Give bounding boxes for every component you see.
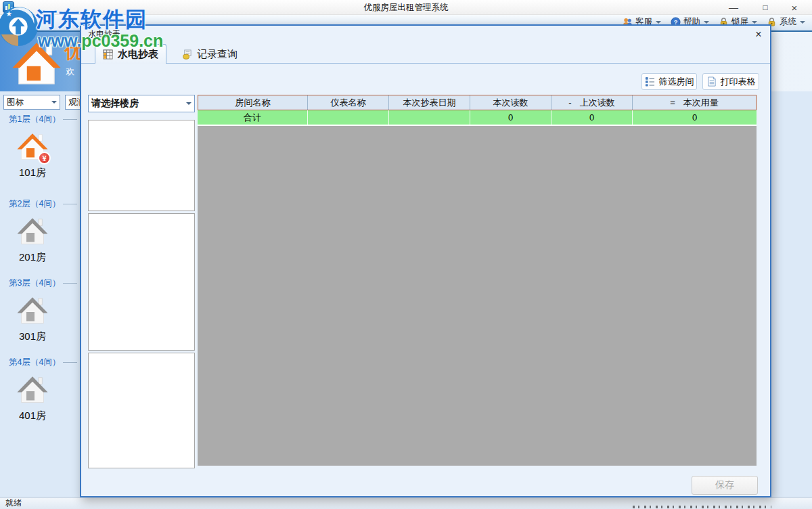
header-previous-label: 上次读数 xyxy=(580,97,615,109)
document-icon xyxy=(706,76,717,87)
floor-header: 第4层（4间） xyxy=(0,357,80,368)
save-label: 保存 xyxy=(715,479,734,491)
building-select-dropdown[interactable]: 请选择楼房 xyxy=(88,95,195,112)
filter-list-icon xyxy=(645,76,655,87)
menu-system[interactable]: 系统 xyxy=(767,16,805,28)
floor-label: 第3层（4间） xyxy=(9,278,60,289)
room-label[interactable]: 101房 xyxy=(0,167,65,179)
chevron-down-icon xyxy=(656,21,661,24)
chevron-down-icon xyxy=(704,21,709,24)
print-table-label: 打印表格 xyxy=(721,76,756,88)
floor-header: 第2层（4间） xyxy=(0,198,80,209)
dialog-tabstrip: 水电抄表 记录查询 xyxy=(81,43,770,64)
total-date xyxy=(389,110,470,125)
maximize-button[interactable]: □ xyxy=(753,0,777,15)
header-previous-reading: - 上次读数 xyxy=(551,95,633,110)
floor-label: 第2层（4间） xyxy=(9,198,60,210)
chevron-down-icon xyxy=(800,21,805,24)
meter-table: 房间名称 仪表名称 本次抄表日期 本次读数 - 上次读数 = 本次用量 合计 0… xyxy=(198,95,757,466)
total-row: 合计 0 0 0 xyxy=(198,110,757,126)
dialog-content: 筛选房间 打印表格 请选择楼房 房间名称 仪表名称 本次抄表日期 本次 xyxy=(81,64,770,496)
room-label[interactable]: 201房 xyxy=(0,251,65,264)
building-list-box[interactable] xyxy=(88,120,195,211)
minus-operator: - xyxy=(568,97,571,108)
floor-divider xyxy=(63,362,77,363)
floor-section-4: 第4层（4间） 401房 xyxy=(0,357,80,431)
total-label: 合计 xyxy=(198,110,308,125)
save-button[interactable]: 保存 xyxy=(692,476,758,495)
table-grid-icon xyxy=(103,49,113,60)
minimize-button[interactable]: — xyxy=(721,0,746,15)
header-reading-date: 本次抄表日期 xyxy=(389,95,470,110)
close-button[interactable]: × xyxy=(782,0,807,15)
room-list-box[interactable] xyxy=(88,353,195,468)
total-usage: 0 xyxy=(633,110,757,125)
total-meter xyxy=(308,110,389,125)
floor-label: 第1层（4间） xyxy=(9,114,60,125)
menu-label: 系统 xyxy=(780,16,796,28)
house-gray-vacant-icon[interactable] xyxy=(16,215,49,247)
filter-rooms-button[interactable]: 筛选房间 xyxy=(641,73,697,90)
equals-operator: = xyxy=(670,97,675,108)
house-gray-vacant-icon[interactable] xyxy=(16,294,49,326)
total-current: 0 xyxy=(470,110,551,125)
house-logo-icon xyxy=(11,37,62,89)
floor-header: 第3层（4间） xyxy=(0,278,80,288)
rooms-sidebar: 图标 观澜 第1层（4间） ¥ 101房 第2层（4间） 201房 xyxy=(0,91,80,497)
window-title: 优服房屋出租管理系统 xyxy=(0,2,812,14)
empty-grid-area xyxy=(198,126,757,466)
chevron-down-icon xyxy=(186,102,191,105)
floor-header: 第1层（4间） xyxy=(0,114,80,125)
dialog-close-icon[interactable]: × xyxy=(752,28,765,41)
tab-label: 水电抄表 xyxy=(118,48,158,61)
tab-meter-reading[interactable]: 水电抄表 xyxy=(95,44,166,64)
floor-label: 第4层（4间） xyxy=(9,357,60,368)
room-label[interactable]: 401房 xyxy=(0,410,65,422)
status-text: 就绪 xyxy=(5,498,22,508)
chevron-down-icon xyxy=(51,101,57,104)
print-table-button[interactable]: 打印表格 xyxy=(702,73,759,90)
clipped-status-text xyxy=(633,506,771,508)
table-header-row: 房间名称 仪表名称 本次抄表日期 本次读数 - 上次读数 = 本次用量 xyxy=(198,95,757,110)
window-titlebar: 优服房屋出租管理系统 — □ × xyxy=(0,0,812,15)
header-meter-name: 仪表名称 xyxy=(308,95,389,110)
dialog-title: 水电抄表 xyxy=(88,28,120,40)
tab-record-query[interactable]: 记录查询 xyxy=(172,45,248,64)
header-usage: = 本次用量 xyxy=(633,95,757,110)
floor-divider xyxy=(63,283,77,284)
floor-divider xyxy=(63,119,77,120)
tab-label: 记录查询 xyxy=(197,48,238,61)
filter-rooms-label: 筛选房间 xyxy=(659,76,694,88)
rent-paid-badge: ¥ xyxy=(38,152,51,164)
room-label[interactable]: 301房 xyxy=(0,330,65,343)
header-usage-label: 本次用量 xyxy=(683,97,719,109)
total-previous: 0 xyxy=(551,110,633,125)
floor-section-3: 第3层（4间） 301房 xyxy=(0,278,80,352)
floor-divider xyxy=(63,204,77,204)
floor-section-2: 第2层（4间） 201房 xyxy=(0,198,80,273)
chevron-down-icon xyxy=(752,21,757,24)
view-mode-dropdown[interactable]: 图标 xyxy=(3,95,60,110)
welcome-text-partial: 欢 xyxy=(66,66,74,78)
building-select-placeholder: 请选择楼房 xyxy=(91,97,139,110)
coins-record-icon xyxy=(182,49,192,60)
meter-reading-dialog: 水电抄表 × 水电抄表 记录查询 xyxy=(80,24,771,497)
view-mode-value: 图标 xyxy=(7,97,24,108)
header-current-reading: 本次读数 xyxy=(470,95,551,110)
floor-list-box[interactable] xyxy=(88,213,195,351)
house-gray-vacant-icon[interactable] xyxy=(16,373,49,405)
floor-section-1: 第1层（4间） ¥ 101房 xyxy=(0,114,80,188)
header-room-name: 房间名称 xyxy=(198,95,308,110)
